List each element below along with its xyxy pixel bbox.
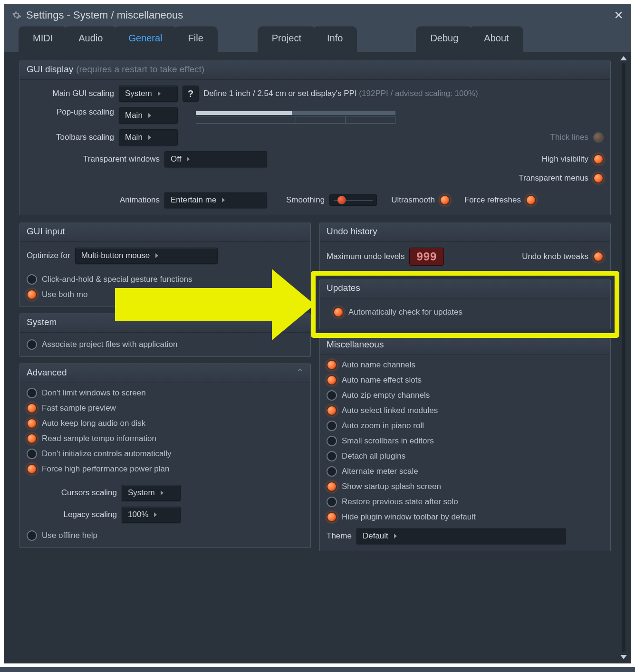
select-value: Main	[125, 111, 143, 120]
toggle-ultrasmooth[interactable]	[440, 195, 450, 205]
ppi-progress[interactable]	[196, 111, 395, 115]
select-transparent-windows[interactable]: Off	[164, 151, 267, 167]
misc-toggle-0[interactable]	[327, 360, 337, 370]
tab-general[interactable]: General	[114, 26, 176, 52]
tab-audio[interactable]: Audio	[64, 26, 117, 52]
tab-file[interactable]: File	[174, 26, 218, 52]
misc-toggle-3[interactable]	[327, 405, 337, 416]
advanced-toggle-0[interactable]	[27, 388, 37, 398]
misc-item: Auto name channels	[327, 360, 604, 370]
settings-window: Settings - System / miscellaneous × MIDI…	[4, 4, 631, 663]
advanced-toggle-3[interactable]	[27, 433, 37, 444]
tabs: MIDI Audio General File Project Info Deb…	[4, 26, 631, 52]
toggle-auto-check-updates[interactable]	[333, 307, 344, 317]
misc-label-4: Auto zoom in piano roll	[342, 421, 424, 431]
close-icon[interactable]: ×	[614, 7, 623, 22]
label-click-hold: Click-and-hold & special gesture functio…	[42, 275, 192, 284]
tab-project[interactable]: Project	[258, 26, 316, 52]
misc-toggle-6[interactable]	[327, 451, 337, 461]
advanced-toggle-5[interactable]	[27, 464, 37, 474]
spinner-max-undo[interactable]: 999	[409, 248, 444, 266]
toggle-associate[interactable]	[27, 339, 37, 350]
toggle-thick-lines[interactable]	[593, 132, 604, 143]
misc-label-9: Restore previous state after solo	[342, 497, 458, 507]
label-optimize-for: Optimize for	[27, 251, 70, 260]
misc-item: Auto zoom in piano roll	[327, 421, 604, 431]
misc-toggle-2[interactable]	[327, 390, 337, 401]
label-cursors-scaling: Cursors scaling	[27, 488, 117, 498]
label-theme: Theme	[327, 531, 352, 541]
tab-midi[interactable]: MIDI	[19, 26, 67, 52]
misc-toggle-1[interactable]	[327, 375, 337, 385]
window-title: Settings - System / miscellaneous	[26, 9, 183, 21]
advanced-label-5: Force high performance power plan	[42, 464, 169, 474]
advanced-toggle-2[interactable]	[27, 418, 37, 429]
misc-label-2: Auto zip empty channels	[342, 391, 430, 400]
chevron-up-icon[interactable]: ⌃	[296, 367, 304, 378]
chevron-right-icon	[148, 113, 151, 118]
misc-toggle-5[interactable]	[327, 436, 337, 446]
advanced-item: Force high performance power plan	[27, 464, 304, 474]
label-transparent-windows: Transparent windows	[27, 154, 160, 164]
select-animations[interactable]: Entertain me	[164, 192, 267, 208]
label-toolbars-scaling: Toolbars scaling	[27, 133, 114, 142]
ppi-tickbar	[196, 116, 395, 124]
select-main-scaling[interactable]: System	[119, 86, 178, 102]
chevron-right-icon	[158, 91, 161, 96]
label-animations: Animations	[27, 195, 160, 205]
misc-label-8: Show startup splash screen	[342, 482, 441, 491]
legend-text: GUI display	[27, 64, 73, 75]
misc-item: Small scrollbars in editors	[327, 436, 604, 446]
misc-toggle-10[interactable]	[327, 512, 337, 522]
ppi-hint: (192PPI / advised scaling: 100%)	[359, 89, 478, 98]
select-toolbars-scaling[interactable]: Main	[119, 129, 178, 145]
scroll-down-icon[interactable]	[620, 655, 627, 659]
select-cursors-scaling[interactable]: System	[122, 485, 181, 501]
toggle-click-hold[interactable]	[27, 274, 37, 285]
label-force-refreshes: Force refreshes	[464, 195, 521, 205]
ppi-description: Define 1 inch / 2.54 cm or set display's…	[203, 89, 478, 98]
label-thick-lines: Thick lines	[550, 133, 588, 142]
help-button[interactable]: ?	[183, 86, 199, 102]
misc-toggle-8[interactable]	[327, 481, 337, 492]
toggle-force-refreshes[interactable]	[526, 195, 536, 205]
smoothing-slider[interactable]	[329, 194, 377, 206]
spinner-value: 999	[416, 250, 437, 263]
slider-knob[interactable]	[337, 196, 346, 204]
misc-toggle-9[interactable]	[327, 497, 337, 507]
misc-item: Restore previous state after solo	[327, 497, 604, 507]
scroll-up-icon[interactable]	[620, 56, 627, 60]
toggle-transparent-menus[interactable]	[593, 173, 604, 183]
misc-toggle-4[interactable]	[327, 421, 337, 431]
select-legacy-scaling[interactable]: 100%	[122, 507, 181, 523]
misc-label-3: Auto select linked modules	[342, 406, 438, 415]
tab-debug[interactable]: Debug	[416, 26, 472, 52]
chevron-right-icon	[187, 157, 190, 162]
ppi-text: Define 1 inch / 2.54 cm or set display's…	[203, 89, 357, 98]
toggle-knob-tweaks[interactable]	[593, 251, 604, 262]
advanced-toggle-1[interactable]	[27, 403, 37, 413]
misc-label-5: Small scrollbars in editors	[342, 436, 434, 446]
label-smoothing: Smoothing	[286, 195, 325, 205]
label-legacy-scaling: Legacy scaling	[27, 510, 117, 519]
legend-misc: Miscellaneous	[320, 336, 610, 355]
misc-item: Detach all plugins	[327, 451, 604, 461]
select-popups-scaling[interactable]: Main	[119, 107, 178, 124]
tab-info[interactable]: Info	[313, 26, 357, 52]
label-auto-check-updates: Automatically check for updates	[348, 307, 462, 317]
select-theme[interactable]: Default	[356, 528, 566, 544]
tab-about[interactable]: About	[470, 26, 523, 52]
advanced-toggle-4[interactable]	[27, 449, 37, 459]
chevron-right-icon	[148, 135, 151, 140]
label-transparent-menus: Transparent menus	[519, 173, 588, 183]
advanced-label-1: Fast sample preview	[42, 403, 116, 413]
toggle-offline-help[interactable]	[27, 530, 37, 541]
select-optimize-for[interactable]: Multi-button mouse	[75, 248, 218, 264]
legend-advanced: Advanced ⌃	[20, 363, 310, 383]
scrollbar[interactable]	[619, 52, 628, 663]
scroll-track[interactable]	[622, 63, 625, 652]
chevron-right-icon	[154, 512, 157, 517]
misc-toggle-7[interactable]	[327, 466, 337, 477]
toggle-use-both[interactable]	[27, 289, 37, 300]
toggle-high-visibility[interactable]	[593, 154, 604, 164]
